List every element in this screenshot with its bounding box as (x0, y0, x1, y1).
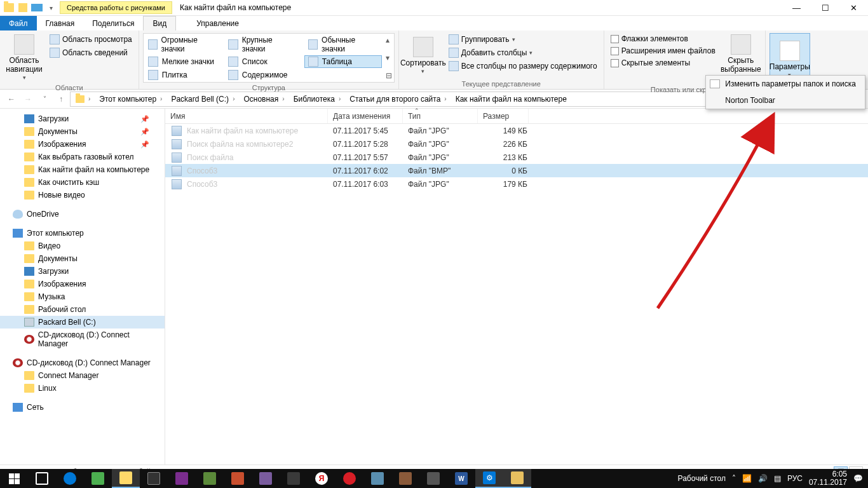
tray-volume-icon[interactable]: 🔊 (758, 474, 768, 483)
layout-scroll-down-icon[interactable]: ▾ (386, 53, 392, 62)
taskbar-app[interactable] (224, 469, 252, 488)
tree-item[interactable]: CD-дисковод (D:) Connect Manager (0, 356, 165, 369)
taskbar-settings[interactable]: ⚙ (475, 469, 503, 488)
navigation-tree[interactable]: Загрузки📌Документы📌Изображения📌Как выбра… (0, 109, 165, 464)
layout-scroll-up-icon[interactable]: ▴ (386, 36, 392, 44)
details-pane-button[interactable]: Область сведений (47, 46, 135, 59)
breadcrumb-item[interactable]: Как найти файл на компьютере (452, 92, 571, 106)
tray-icon[interactable]: ▤ (774, 474, 781, 483)
up-button[interactable]: ↑ (53, 92, 69, 107)
recent-locations-button[interactable]: ˅ (37, 92, 52, 107)
layout-tiles[interactable]: Плитка (144, 69, 222, 81)
tab-file[interactable]: Файл (0, 16, 37, 30)
tree-item[interactable]: Как очистить кэш (0, 176, 165, 189)
tree-item[interactable]: Музыка (0, 290, 165, 303)
change-folder-options-item[interactable]: Изменить параметры папок и поиска (706, 76, 865, 92)
size-columns-button[interactable]: Все столбцы по размеру содержимого (446, 60, 600, 72)
task-view-button[interactable] (28, 469, 56, 488)
layout-small-icons[interactable]: Мелкие значки (144, 55, 222, 68)
norton-toolbar-item[interactable]: Norton Toolbar (706, 92, 865, 109)
forward-button[interactable]: → (20, 92, 36, 107)
tray-network-icon[interactable]: 📶 (742, 474, 752, 483)
taskbar-app[interactable] (252, 469, 280, 488)
file-row[interactable]: Поиск файла на компьютере207.11.2017 5:2… (165, 137, 868, 151)
tab-share[interactable]: Поделиться (83, 16, 143, 30)
tree-item[interactable]: CD-дисковод (D:) Connect Manager (0, 329, 165, 350)
tree-item[interactable]: Linux (0, 382, 165, 395)
tree-item[interactable]: Packard Bell (C:) (0, 316, 165, 329)
tree-item[interactable]: Рабочий стол (0, 303, 165, 316)
layout-medium-icons[interactable]: Обычные значки (304, 34, 382, 55)
item-checkboxes-toggle[interactable]: Флажки элементов (608, 33, 718, 44)
file-row[interactable]: Способ307.11.2017 6:03Файл "JPG"179 КБ (165, 177, 868, 191)
tree-item[interactable]: Как найти файл на компьютере (0, 163, 165, 176)
add-columns-button[interactable]: Добавить столбцы▾ (446, 46, 600, 59)
tree-item[interactable]: Изображения📌 (0, 138, 165, 151)
tree-item[interactable]: OneDrive (0, 208, 165, 220)
taskbar-word[interactable]: W (447, 469, 475, 488)
tab-picture-tools[interactable]: Управление (187, 16, 248, 30)
tree-item[interactable]: Connect Manager (0, 369, 165, 382)
tree-item[interactable]: Сеть (0, 401, 165, 414)
tab-view[interactable]: Вид (143, 16, 176, 30)
taskbar[interactable]: Я W ⚙ Рабочий стол ˄ 📶 🔊 ▤ РУС 6:05 07.1… (0, 469, 868, 488)
taskbar-edge[interactable] (56, 469, 84, 488)
tray-clock[interactable]: 6:05 07.11.2017 (809, 470, 847, 487)
tree-item[interactable]: Документы (0, 252, 165, 265)
breadcrumb-item[interactable]: Статьи для второго сайта› (346, 92, 451, 106)
tree-item[interactable]: Документы📌 (0, 125, 165, 138)
tab-home[interactable]: Главная (37, 16, 84, 30)
qat-icon[interactable] (17, 1, 29, 14)
tree-item[interactable]: Видео (0, 240, 165, 252)
action-center-icon[interactable]: 💬 (853, 474, 863, 483)
show-desktop-label[interactable]: Рабочий стол (678, 474, 726, 483)
tree-item[interactable]: Загрузки (0, 265, 165, 278)
taskbar-app[interactable] (168, 469, 196, 488)
tray-lang[interactable]: РУС (787, 474, 803, 483)
maximize-button[interactable]: ☐ (811, 0, 839, 16)
start-button[interactable] (0, 469, 28, 488)
close-button[interactable]: ✕ (839, 0, 868, 16)
file-row[interactable]: Способ307.11.2017 6:02Файл "BMP"0 КБ (165, 164, 868, 177)
taskbar-app[interactable] (391, 469, 419, 488)
qat-dropdown-icon[interactable]: ▾ (44, 1, 57, 14)
folder-icon[interactable] (3, 1, 15, 14)
column-size[interactable]: Размер (478, 109, 529, 123)
breadcrumb-item[interactable]: Основная› (240, 92, 289, 106)
group-by-button[interactable]: Группировать▾ (446, 33, 600, 46)
qat-picture-icon[interactable] (31, 1, 43, 14)
taskbar-explorer[interactable] (112, 469, 140, 488)
taskbar-app[interactable] (419, 469, 447, 488)
layout-large-icons[interactable]: Крупные значки (224, 34, 302, 55)
preview-pane-button[interactable]: Область просмотра (47, 33, 135, 46)
taskbar-paint[interactable] (503, 469, 531, 488)
file-row[interactable]: Поиск файла07.11.2017 5:57Файл "JPG"213 … (165, 151, 868, 164)
breadcrumb-root[interactable]: › (72, 92, 95, 106)
breadcrumb-item[interactable]: Packard Bell (C:)› (167, 92, 240, 106)
tree-item[interactable]: Изображения (0, 278, 165, 290)
taskbar-store[interactable] (140, 469, 168, 488)
file-extensions-toggle[interactable]: Расширения имен файлов (608, 45, 718, 57)
tray-chevron-icon[interactable]: ˄ (732, 474, 736, 483)
layout-details[interactable]: Таблица (304, 55, 382, 68)
taskbar-app[interactable] (280, 469, 308, 488)
navigation-pane-button[interactable]: Область навигации ▾ (4, 33, 44, 83)
layout-list[interactable]: Список (224, 55, 302, 68)
taskbar-opera[interactable] (336, 469, 363, 488)
layout-content[interactable]: Содержимое (224, 69, 302, 81)
tree-item[interactable]: Загрузки📌 (0, 112, 165, 125)
hidden-items-toggle[interactable]: Скрытые элементы (608, 57, 718, 69)
back-button[interactable]: ← (4, 92, 19, 107)
minimize-button[interactable]: — (782, 0, 811, 16)
breadcrumb-item[interactable]: Библиотека› (290, 92, 346, 106)
column-name[interactable]: Имя (165, 109, 328, 123)
layout-expand-icon[interactable]: ⊟ (386, 71, 392, 80)
file-row[interactable]: Как найти файл на компьютере07.11.2017 5… (165, 124, 868, 137)
tree-item[interactable]: Этот компьютер (0, 227, 165, 240)
sort-button[interactable]: Сортировать ▾ (403, 33, 444, 79)
taskbar-yandex[interactable]: Я (308, 469, 336, 488)
tree-item[interactable]: Как выбрать газовый котел (0, 151, 165, 163)
breadcrumb-item[interactable]: Этот компьютер› (95, 92, 167, 106)
taskbar-app[interactable] (363, 469, 391, 488)
taskbar-app[interactable] (84, 469, 112, 488)
